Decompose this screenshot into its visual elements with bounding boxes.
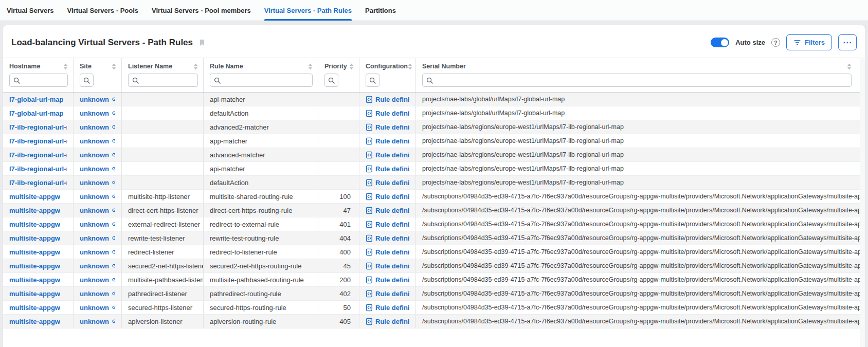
priority-cell [318,106,359,120]
site-link[interactable]: unknown [80,109,115,117]
site-link[interactable]: unknown [80,317,115,325]
configuration-cell: Rule definition [359,245,416,259]
site-link[interactable]: unknown [80,276,115,284]
site-link[interactable]: unknown [80,151,115,159]
hostname-link[interactable]: multisite-appgw [9,262,60,270]
sort-button[interactable] [847,63,852,70]
rule-definition-link[interactable]: Rule definition [366,151,409,159]
rule-definition-link[interactable]: Rule definition [366,96,409,103]
site-link[interactable]: unknown [80,178,115,187]
rule-definition-link[interactable]: Rule definition [366,290,409,298]
hostname-link[interactable]: multisite-appgw [9,193,60,200]
listener-name-cell: multisite-pathbased-listener [122,273,204,287]
site-link[interactable]: unknown [80,123,115,131]
site-link[interactable]: unknown [80,234,115,242]
site-link[interactable]: unknown [80,137,115,145]
site-link-label: unknown [80,221,109,228]
sort-button[interactable] [408,63,412,70]
filters-button[interactable]: Filters [786,34,832,50]
sort-icon [349,63,354,70]
rule-definition-link[interactable]: Rule definition [366,248,409,256]
tab[interactable]: Virtual Servers - Pools [67,0,139,21]
hostname-cell: l7-ilb-regional-url-map [3,162,74,176]
hostname-link[interactable]: multisite-appgw [9,207,60,214]
site-link[interactable]: unknown [80,220,115,228]
rule-definition-file-icon [366,234,373,242]
column-search-input[interactable] [141,77,194,84]
rule-definition-link[interactable]: Rule definition [366,304,409,312]
hostname-link[interactable]: l7-ilb-regional-url-map [9,123,67,131]
hostname-link[interactable]: multisite-appgw [9,304,60,312]
site-link[interactable]: unknown [80,303,115,312]
hostname-link[interactable]: multisite-appgw [9,248,60,256]
sort-button[interactable] [308,63,313,70]
hostname-link[interactable]: l7-ilb-regional-url-map [9,179,67,187]
column-search-input[interactable] [23,77,64,84]
hostname-cell: multisite-appgw [3,190,74,204]
site-link-label: unknown [80,318,109,325]
hostname-link[interactable]: l7-global-url-map [9,96,63,103]
hostname-link[interactable]: l7-ilb-regional-url-map [9,165,67,173]
rule-definition-link[interactable]: Rule definition [366,137,409,145]
column-search [9,74,68,87]
hostname-link[interactable]: multisite-appgw [9,234,60,242]
auto-size-toggle[interactable] [711,38,729,47]
sort-button[interactable] [112,63,116,70]
rule-definition-link[interactable]: Rule definition [366,318,409,325]
priority-cell: 200 [318,273,359,287]
hostname-link[interactable]: l7-ilb-regional-url-map [9,151,67,159]
more-options-button[interactable]: ⋯ [838,34,857,50]
hostname-link[interactable]: multisite-appgw [9,318,60,325]
rule-definition-link[interactable]: Rule definition [366,109,409,117]
help-icon[interactable]: ? [771,38,780,47]
site-link[interactable]: unknown [80,192,115,200]
column-search-input[interactable] [436,77,847,84]
site-cell: unknown [74,315,122,328]
site-cell: unknown [74,204,122,217]
rule-definition-label: Rule definition [375,304,409,312]
search-icon [83,77,90,84]
site-link-label: unknown [80,248,109,256]
site-link[interactable]: unknown [80,165,115,173]
rule-definition-link[interactable]: Rule definition [366,234,409,242]
tab[interactable]: Virtual Servers - Pool members [152,0,251,21]
tab[interactable]: Partitions [365,0,396,21]
column-search [324,74,338,87]
bookmark-icon[interactable] [198,39,206,47]
tab[interactable]: Virtual Servers [7,0,54,21]
priority-cell: 47 [318,204,359,217]
rule-definition-link[interactable]: Rule definition [366,179,409,187]
sort-icon [193,63,198,70]
listener-name-cell: secured-https-listener [122,301,204,315]
link-icon [112,262,115,270]
rule-definition-link[interactable]: Rule definition [366,262,409,270]
listener-name-cell [122,176,204,190]
site-link[interactable]: unknown [80,248,115,256]
serial-number-cell: projects/nae-labs/regions/europe-west1/u… [416,162,865,176]
rule-definition-link[interactable]: Rule definition [366,221,409,228]
column-search [422,74,852,87]
hostname-link[interactable]: l7-global-url-map [9,109,63,117]
rule-definition-link[interactable]: Rule definition [366,123,409,131]
rule-definition-link[interactable]: Rule definition [366,165,409,173]
rule-definition-link[interactable]: Rule definition [366,207,409,214]
rule-definition-file-icon [366,137,373,145]
site-link[interactable]: unknown [80,95,115,103]
rule-definition-link[interactable]: Rule definition [366,276,409,284]
hostname-link[interactable]: multisite-appgw [9,221,60,228]
hostname-link[interactable]: multisite-appgw [9,290,60,298]
sort-button[interactable] [349,63,354,70]
site-link[interactable]: unknown [80,206,115,214]
hostname-link[interactable]: multisite-appgw [9,276,60,284]
table-row: l7-ilb-regional-url-map unknown advanced… [3,148,865,162]
sort-button[interactable] [193,63,198,70]
site-link[interactable]: unknown [80,262,115,270]
sort-button[interactable] [63,63,68,70]
site-cell: unknown [74,162,122,176]
column-search-input[interactable] [223,77,309,84]
hostname-link[interactable]: l7-ilb-regional-url-map [9,137,67,145]
site-link[interactable]: unknown [80,289,115,298]
vertical-scrollbar[interactable] [860,58,865,347]
tab[interactable]: Virtual Servers - Path Rules [264,0,352,21]
rule-definition-link[interactable]: Rule definition [366,193,409,200]
